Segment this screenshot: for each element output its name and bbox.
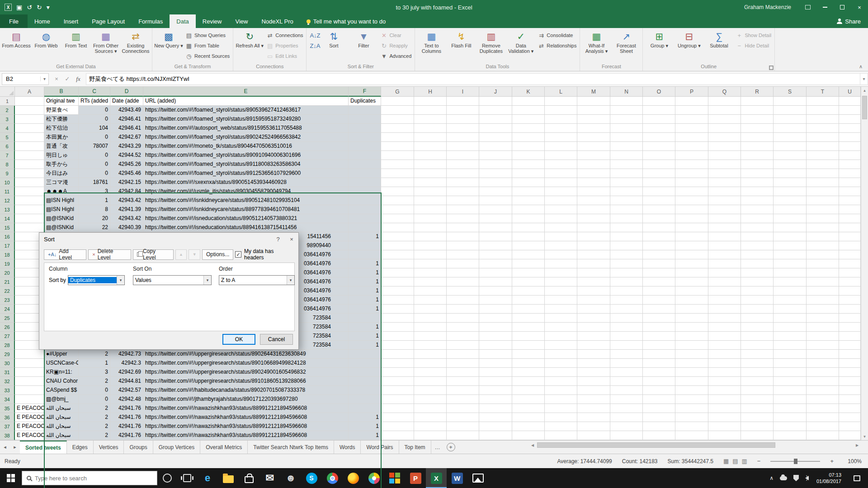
cell-u27[interactable] <box>839 332 861 341</box>
cell-e3[interactable]: https://twitter.com/#!/foamed_styrol/sta… <box>143 115 349 124</box>
add-level-button[interactable]: +A↓ Add Level <box>44 249 86 260</box>
cell-u4[interactable] <box>839 124 861 133</box>
cell-f10[interactable] <box>349 178 381 187</box>
cell-f32[interactable] <box>349 377 381 386</box>
cell-r36[interactable] <box>741 413 774 422</box>
cell-g27[interactable] <box>381 332 414 341</box>
cell-h6[interactable] <box>414 142 447 151</box>
cell-f29[interactable] <box>349 350 381 359</box>
cell-p13[interactable] <box>675 205 708 214</box>
cell-f14[interactable] <box>349 214 381 223</box>
cell-r5[interactable] <box>741 133 774 142</box>
cell-t18[interactable] <box>807 250 839 259</box>
cell-g25[interactable] <box>381 314 414 323</box>
cell-g38[interactable] <box>381 431 414 440</box>
cell-c14[interactable]: 20 <box>79 214 110 223</box>
cell-n15[interactable] <box>610 223 643 232</box>
cell-o32[interactable] <box>643 377 675 386</box>
cell-p16[interactable] <box>675 232 708 241</box>
cell-u16[interactable] <box>839 232 861 241</box>
cell-s37[interactable] <box>774 422 807 431</box>
cell-f31[interactable] <box>349 368 381 377</box>
column-header-b[interactable]: B <box>44 87 79 97</box>
cell-f6[interactable] <box>349 142 381 151</box>
cell-i25[interactable] <box>447 314 479 323</box>
cell-d2[interactable]: 42943.49 <box>110 106 143 115</box>
cell-t23[interactable] <box>807 296 839 305</box>
zoom-slider-thumb[interactable] <box>794 459 797 464</box>
cell-f20[interactable]: 1 <box>349 268 381 277</box>
cell-s18[interactable] <box>774 250 807 259</box>
cell-n28[interactable] <box>610 341 643 350</box>
cell-m1[interactable] <box>577 97 610 106</box>
cell-m38[interactable] <box>577 431 610 440</box>
cell-l35[interactable] <box>545 404 577 413</box>
cell-k7[interactable] <box>512 151 545 160</box>
cell-r26[interactable] <box>741 323 774 332</box>
cell-h24[interactable] <box>414 305 447 314</box>
cell-o15[interactable] <box>643 223 675 232</box>
cell-m2[interactable] <box>577 106 610 115</box>
cell-j10[interactable] <box>479 178 512 187</box>
cell-o35[interactable] <box>643 404 675 413</box>
cell-o2[interactable] <box>643 106 675 115</box>
cell-b5[interactable]: 本田翼か <box>44 133 79 142</box>
cell-l24[interactable] <box>545 305 577 314</box>
powerpoint-taskbar-button[interactable]: P <box>405 468 426 488</box>
cell-b29[interactable]: ●#Upper <box>44 350 79 359</box>
cell-p2[interactable] <box>675 106 708 115</box>
cell-n6[interactable] <box>610 142 643 151</box>
cell-g23[interactable] <box>381 296 414 305</box>
cell-q14[interactable] <box>708 214 741 223</box>
cell-u24[interactable] <box>839 305 861 314</box>
zoom-in-button[interactable]: + <box>830 458 834 465</box>
cell-n2[interactable] <box>610 106 643 115</box>
row-header-8[interactable]: 8 <box>0 160 15 169</box>
edit-links-button[interactable]: ▭Edit Links <box>264 51 305 61</box>
cell-h4[interactable] <box>414 124 447 133</box>
clear-button[interactable]: ✕Clear <box>378 30 413 40</box>
cell-u11[interactable] <box>839 187 861 196</box>
cell-i27[interactable] <box>447 332 479 341</box>
cell-g12[interactable] <box>381 196 414 205</box>
cell-p30[interactable] <box>675 359 708 368</box>
cell-m3[interactable] <box>577 115 610 124</box>
cell-h28[interactable] <box>414 341 447 350</box>
cell-g10[interactable] <box>381 178 414 187</box>
cell-k15[interactable] <box>512 223 545 232</box>
cell-n7[interactable] <box>610 151 643 160</box>
cell-d15[interactable]: 42940.39 <box>110 223 143 232</box>
cell-m14[interactable] <box>577 214 610 223</box>
cell-e8[interactable]: https://twitter.com/#!/foamed_styrol/sta… <box>143 160 349 169</box>
cell-o3[interactable] <box>643 115 675 124</box>
cell-p9[interactable] <box>675 169 708 178</box>
start-button[interactable] <box>0 468 22 488</box>
cell-o29[interactable] <box>643 350 675 359</box>
cell-p6[interactable] <box>675 142 708 151</box>
cell-u34[interactable] <box>839 395 861 404</box>
cell-d31[interactable]: 42942.69 <box>110 368 143 377</box>
cell-c35[interactable]: 2 <box>79 404 110 413</box>
row-header-13[interactable]: 13 <box>0 205 15 214</box>
column-header-m[interactable]: M <box>577 87 610 97</box>
cell-h35[interactable] <box>414 404 447 413</box>
cell-n11[interactable] <box>610 187 643 196</box>
cell-q21[interactable] <box>708 277 741 286</box>
cell-g32[interactable] <box>381 377 414 386</box>
cell-l1[interactable] <box>545 97 577 106</box>
cell-j16[interactable] <box>479 232 512 241</box>
cell-b2[interactable]: 野菜食べ <box>44 106 79 115</box>
cell-s3[interactable] <box>774 115 807 124</box>
cell-i3[interactable] <box>447 115 479 124</box>
cell-q12[interactable] <box>708 196 741 205</box>
cell-i33[interactable] <box>447 386 479 395</box>
sort-az-icon-button[interactable]: A↓Z <box>308 30 319 40</box>
cell-a33[interactable] <box>15 386 44 395</box>
cell-o12[interactable] <box>643 196 675 205</box>
cell-p23[interactable] <box>675 296 708 305</box>
horizontal-scroll-thumb[interactable] <box>537 442 775 448</box>
cell-l33[interactable] <box>545 386 577 395</box>
cell-r13[interactable] <box>741 205 774 214</box>
cell-d5[interactable]: 42942.67 <box>110 133 143 142</box>
office-hub-taskbar-button[interactable] <box>384 468 405 488</box>
